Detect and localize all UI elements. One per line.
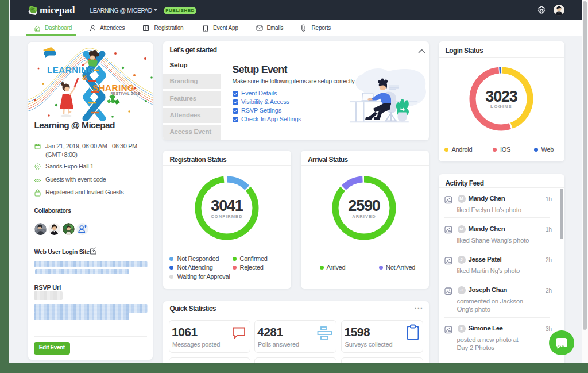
svg-text:FESTIVAL 2018: FESTIVAL 2018	[111, 91, 140, 95]
svg-text:LEARNING: LEARNING	[47, 65, 95, 75]
svg-text:&: &	[82, 73, 87, 82]
